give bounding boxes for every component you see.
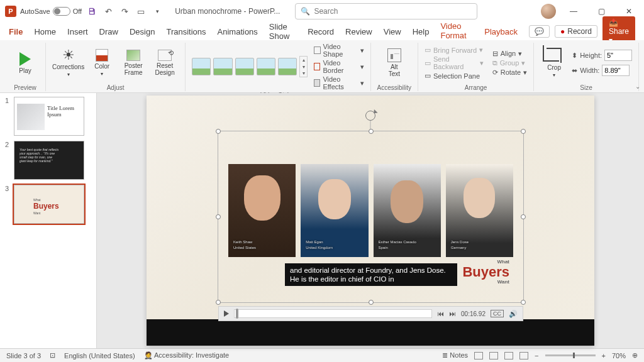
ribbon: Play Preview ☀Corrections▾ Color▾ Poster… <box>0 40 644 93</box>
sorter-view-button[interactable] <box>489 352 498 359</box>
record-dot-icon: ● <box>560 27 565 36</box>
zoom-slider[interactable] <box>545 354 596 356</box>
tab-insert[interactable]: Insert <box>67 25 88 38</box>
video-style-4[interactable] <box>257 58 275 75</box>
tab-view[interactable]: View <box>384 25 401 38</box>
playbar-track[interactable] <box>234 309 432 318</box>
width-icon: ⬌ <box>572 67 577 75</box>
slideshow-view-button[interactable] <box>519 352 528 359</box>
tab-animations[interactable]: Animations <box>218 25 258 38</box>
slide-thumbnails-panel: 1 Title Lorem Ipsum 2 Your best quote th… <box>0 93 97 348</box>
video-speaker-4: Jens DoseGermany <box>446 164 513 257</box>
tab-home[interactable]: Home <box>34 25 56 38</box>
qat-dropdown-icon[interactable]: ▾ <box>151 5 164 18</box>
selection-pane-button[interactable]: ▭Selection Pane <box>425 72 484 80</box>
group-icon: ⧉ <box>492 59 497 67</box>
search-icon: 🔍 <box>301 7 310 16</box>
rotation-handle[interactable] <box>365 111 375 121</box>
spellcheck-icon[interactable]: ⊡ <box>50 351 55 359</box>
zoom-out-button[interactable]: − <box>535 352 538 359</box>
tab-slideshow[interactable]: Slide Show <box>269 20 296 43</box>
redo-icon[interactable]: ↷ <box>118 5 131 18</box>
buyers-logo: WhatBuyersWant <box>462 257 509 287</box>
slide-thumb-1[interactable]: Title Lorem Ipsum <box>14 97 84 136</box>
tab-transitions[interactable]: Transitions <box>166 25 206 38</box>
video-effects-button[interactable]: Video Effects ▾ <box>314 75 364 90</box>
border-icon <box>314 63 321 70</box>
skip-back-button[interactable]: ⏮ <box>437 310 444 317</box>
tab-help[interactable]: Help <box>413 25 430 38</box>
record-button[interactable]: ●Record <box>555 25 597 38</box>
playbar-time: 00:16.92 <box>461 310 486 317</box>
color-button[interactable]: Color▾ <box>88 45 116 81</box>
tab-design[interactable]: Design <box>130 25 155 38</box>
zoom-value[interactable]: 70% <box>612 352 626 359</box>
collapse-ribbon-button[interactable]: ⌄ <box>635 83 640 90</box>
shape-icon <box>314 47 321 54</box>
send-backward-button[interactable]: ▭Send Backward ▾ <box>425 55 484 70</box>
reset-design-button[interactable]: Reset Design <box>151 45 179 81</box>
group-preview-label: Preview <box>14 83 36 91</box>
tab-record[interactable]: Record <box>308 25 334 38</box>
tab-review[interactable]: Review <box>345 25 372 38</box>
width-field[interactable]: ⬌Width: <box>572 65 632 76</box>
skip-forward-button[interactable]: ⏭ <box>449 310 456 317</box>
video-style-5[interactable] <box>278 58 297 75</box>
language-button[interactable]: English (United States) <box>64 352 135 359</box>
slide-thumb-2[interactable]: Your best quote that reflects your appro… <box>14 141 84 180</box>
comments-button[interactable]: 💬 <box>529 25 550 38</box>
cc-button[interactable]: CC <box>491 310 504 317</box>
height-field[interactable]: ⬍Height: <box>572 50 632 61</box>
accessibility-button[interactable]: 🤵 Accessibility: Investigate <box>144 351 230 359</box>
playbar-play-button[interactable] <box>224 310 229 317</box>
menu-tabs: File Home Insert Draw Design Transitions… <box>0 23 644 40</box>
rotate-icon: ⟳ <box>492 69 498 77</box>
fit-to-window-button[interactable]: ⊕ <box>632 351 638 359</box>
video-style-3[interactable] <box>235 58 254 75</box>
bring-forward-button[interactable]: ▭Bring Forward ▾ <box>425 46 484 54</box>
poster-frame-button[interactable]: Poster Frame <box>119 45 147 81</box>
play-button[interactable]: Play <box>11 45 39 81</box>
thumb-number: 1 <box>5 97 10 136</box>
video-speaker-2: Matt EganUnited Kingdom <box>301 164 368 257</box>
document-name: Urban monochrome - PowerP... <box>175 7 280 16</box>
align-button[interactable]: ⊟Align ▾ <box>492 50 527 58</box>
video-style-1[interactable] <box>192 58 211 75</box>
video-shape-button[interactable]: Video Shape ▾ <box>314 43 364 58</box>
notes-button[interactable]: ≣ Notes <box>442 351 468 359</box>
tab-draw[interactable]: Draw <box>99 25 118 38</box>
group-arrange-label: Arrange <box>465 83 487 91</box>
alt-text-button[interactable]: Alt Text <box>380 45 408 81</box>
thumb-number: 2 <box>5 141 10 180</box>
corrections-button[interactable]: ☀Corrections▾ <box>52 45 84 81</box>
send-backward-icon: ▭ <box>425 59 431 67</box>
volume-button[interactable]: 🔊 <box>509 310 518 318</box>
normal-view-button[interactable] <box>474 352 483 359</box>
corrections-icon: ☀ <box>62 48 75 62</box>
reading-view-button[interactable] <box>504 352 513 359</box>
comment-icon: 💬 <box>535 27 544 36</box>
slide-thumb-3[interactable]: WhatBuyersWant <box>14 185 84 224</box>
group-button[interactable]: ⧉Group ▾ <box>492 59 527 67</box>
video-border-button[interactable]: Video Border ▾ <box>314 59 364 74</box>
autosave-toggle[interactable]: AutoSave Off <box>20 7 82 16</box>
video-caption: and editorial director at Foundry, and J… <box>285 263 457 286</box>
style-gallery-scroll[interactable]: ▴▾▾ <box>299 56 308 77</box>
save-icon[interactable] <box>86 5 98 18</box>
tab-file[interactable]: File <box>9 25 23 38</box>
video-object[interactable]: Keith ShawUnited States Matt EganUnited … <box>218 131 524 303</box>
selection-pane-icon: ▭ <box>425 72 431 80</box>
present-icon[interactable]: ▭ <box>135 5 147 18</box>
video-style-2[interactable] <box>213 58 232 75</box>
video-speaker-3: Esther Macias CasadoSpain <box>374 164 441 257</box>
color-icon <box>96 49 108 62</box>
crop-button[interactable]: Crop▾ <box>540 45 568 81</box>
poster-frame-icon <box>126 50 140 61</box>
slide-canvas[interactable]: Keith ShawUnited States Matt EganUnited … <box>97 93 644 348</box>
play-icon <box>19 52 31 66</box>
tab-playback[interactable]: Playback <box>484 25 518 38</box>
zoom-in-button[interactable]: + <box>602 352 606 359</box>
undo-icon[interactable]: ↶ <box>102 5 114 18</box>
rotate-button[interactable]: ⟳Rotate ▾ <box>492 69 527 77</box>
search-input[interactable]: 🔍 Search <box>295 3 477 19</box>
